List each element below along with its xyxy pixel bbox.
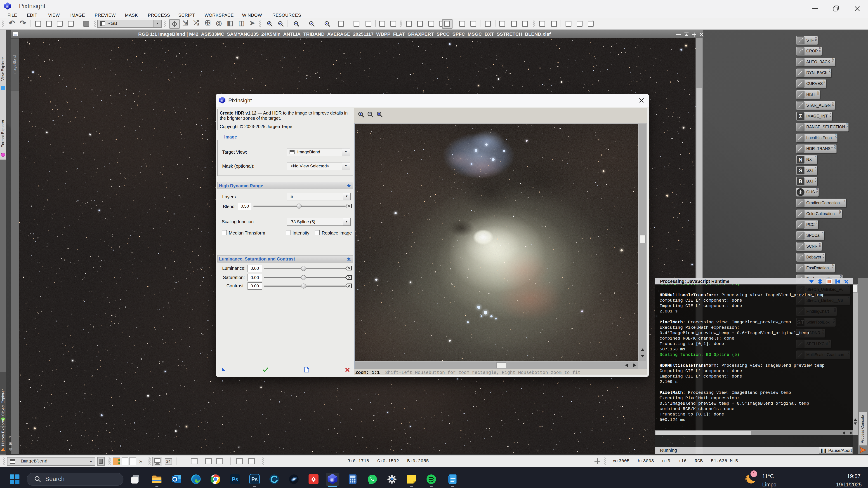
- svg-text:Ps: Ps: [251, 477, 258, 482]
- svg-text:Ps: Ps: [232, 477, 238, 482]
